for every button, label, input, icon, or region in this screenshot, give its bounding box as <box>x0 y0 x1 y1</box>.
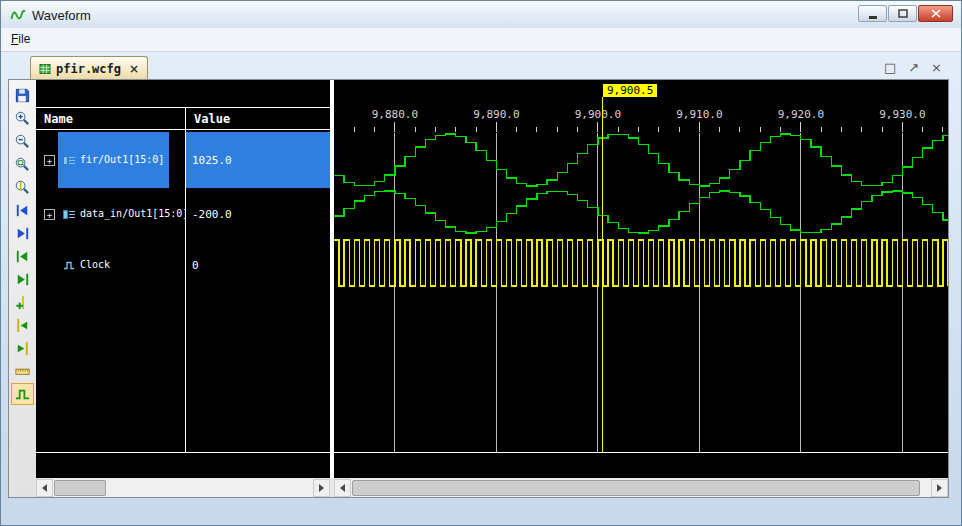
time-tick-label: 9,930.0 <box>879 108 925 121</box>
time-tick-label: 9,900.0 <box>575 108 621 121</box>
scroll-left-button[interactable] <box>334 479 351 497</box>
tab-pfir-wcfg[interactable]: pfir.wcfg × <box>30 56 148 80</box>
signal-value-row[interactable]: 0 <box>186 240 330 290</box>
panel-splitter[interactable] <box>330 80 334 478</box>
close-pane-button[interactable]: × <box>931 61 942 74</box>
scroll-left-button[interactable] <box>36 479 53 497</box>
zoom-fit-button[interactable] <box>11 153 34 175</box>
column-header-value[interactable]: Value <box>186 107 330 129</box>
bus-icon <box>63 209 76 220</box>
cursor-time-label[interactable]: 9,900.5 <box>603 84 657 97</box>
signal-name-row[interactable]: Clock <box>36 240 186 290</box>
app-logo-icon <box>10 7 26 23</box>
signal-name-row[interactable]: +fir/Out1[15:0] <box>36 132 186 188</box>
floating-ruler-icon <box>14 363 31 380</box>
waveform-window: Waveform File pfir.wcfg × □↗× Name +fir/… <box>0 0 962 526</box>
prev-marker-button[interactable] <box>11 314 34 336</box>
bus-icon <box>63 155 76 166</box>
signal-label-box[interactable]: data_in/Out1[15:0] <box>58 188 186 240</box>
signal-name-row[interactable]: +data_in/Out1[15:0] <box>36 188 186 240</box>
next-transition-button[interactable] <box>11 268 34 290</box>
go-to-time-0-icon <box>14 202 31 219</box>
next-marker-button[interactable] <box>11 337 34 359</box>
signal-label-box[interactable]: Clock <box>58 240 115 290</box>
go-to-latest-button[interactable] <box>11 222 34 244</box>
signal-value-label: -200.0 <box>192 209 232 220</box>
signal-name-label: fir/Out1[15:0] <box>80 155 164 165</box>
column-resize-handle[interactable] <box>185 107 186 478</box>
signal-values-panel[interactable]: Value 1025.0-200.00 <box>186 80 330 452</box>
table-bottom-line <box>36 452 948 453</box>
floating-ruler-button[interactable] <box>11 360 34 382</box>
column-header-name[interactable]: Name <box>36 107 186 129</box>
signal-value-row[interactable]: -200.0 <box>186 188 330 240</box>
zoom-cursor-button[interactable] <box>11 176 34 198</box>
expand-toggle[interactable]: + <box>44 155 55 166</box>
signal-name-label: Clock <box>80 260 110 270</box>
window-controls <box>858 5 953 22</box>
signal-label-box[interactable]: fir/Out1[15:0] <box>58 132 169 188</box>
wave-config-icon <box>39 63 51 75</box>
scroll-right-button[interactable] <box>313 479 330 497</box>
arrow-left-icon <box>42 484 47 492</box>
next-transition-icon <box>14 271 31 288</box>
scalar-icon <box>63 260 76 271</box>
prev-marker-icon <box>14 317 31 334</box>
wave-toolbar <box>9 80 36 497</box>
wave-background <box>334 80 948 452</box>
next-marker-icon <box>14 340 31 357</box>
maximize-pane-button[interactable]: □ <box>884 61 896 74</box>
pane-controls: □↗× <box>884 61 942 74</box>
prev-transition-icon <box>14 248 31 265</box>
time-tick-label: 9,890.0 <box>473 108 519 121</box>
add-marker-icon <box>14 294 31 311</box>
zoom-out-icon <box>14 133 31 150</box>
minimize-button[interactable] <box>858 5 887 22</box>
signal-value-label: 1025.0 <box>192 155 232 166</box>
signal-value-label: 0 <box>192 260 199 271</box>
names-hscrollbar[interactable] <box>36 479 330 497</box>
time-tick-label: 9,920.0 <box>778 108 824 121</box>
maximize-icon <box>898 9 908 18</box>
zoom-cursor-icon <box>14 179 31 196</box>
scroll-right-button[interactable] <box>931 479 948 497</box>
float-pane-button[interactable]: ↗ <box>908 61 919 74</box>
maximize-button[interactable] <box>888 5 917 22</box>
title-bar[interactable]: Waveform <box>1 1 961 28</box>
go-to-latest-icon <box>14 225 31 242</box>
scroll-thumb[interactable] <box>54 480 106 496</box>
zoom-fit-icon <box>14 156 31 173</box>
signal-value-row[interactable]: 1025.0 <box>186 132 330 188</box>
waveform-canvas[interactable]: 9,880.09,890.09,900.09,910.09,920.09,930… <box>334 80 948 452</box>
expand-toggle[interactable]: + <box>44 209 55 220</box>
arrow-left-icon <box>340 484 345 492</box>
menu-bar: File <box>1 28 961 52</box>
save-button[interactable] <box>11 84 34 106</box>
minimize-icon <box>869 16 877 19</box>
scroll-thumb[interactable] <box>352 480 920 496</box>
add-marker-button[interactable] <box>11 291 34 313</box>
prev-transition-button[interactable] <box>11 245 34 267</box>
header-bottom-line <box>36 129 330 130</box>
menu-file[interactable]: File <box>1 28 40 50</box>
arrow-right-icon <box>319 484 324 492</box>
zoom-in-icon <box>14 110 31 127</box>
header-top-line <box>36 107 330 108</box>
save-icon <box>14 87 31 104</box>
close-button[interactable] <box>918 5 953 22</box>
tab-label: pfir.wcfg <box>56 62 121 76</box>
close-icon <box>931 9 941 18</box>
snap-to-transition-button[interactable] <box>11 383 34 405</box>
window-title: Waveform <box>32 8 91 23</box>
signal-name-label: data_in/Out1[15:0] <box>80 209 186 219</box>
go-to-time-0-button[interactable] <box>11 199 34 221</box>
snap-to-transition-icon <box>14 386 31 403</box>
signal-names-panel[interactable]: Name +fir/Out1[15:0]+data_in/Out1[15:0]C… <box>36 80 186 452</box>
zoom-out-button[interactable] <box>11 130 34 152</box>
wave-hscrollbar[interactable] <box>334 479 948 497</box>
tab-close-icon[interactable]: × <box>129 63 139 75</box>
time-tick-label: 9,910.0 <box>676 108 722 121</box>
time-tick-label: 9,880.0 <box>372 108 418 121</box>
zoom-in-button[interactable] <box>11 107 34 129</box>
arrow-right-icon <box>937 484 942 492</box>
